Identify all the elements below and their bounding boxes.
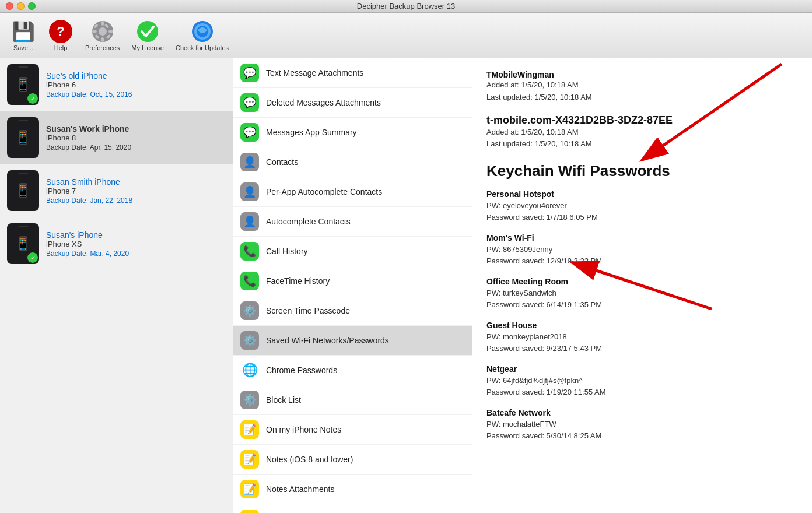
wifi-network-name: Office Meeting Room xyxy=(487,277,798,286)
check-overlay: ✓ xyxy=(27,252,38,263)
toolbar: 💾 Save... ? Help Preferences xyxy=(0,13,812,58)
close-button[interactable] xyxy=(6,2,13,10)
menu-item-chrome-passwords[interactable]: 🌐 Chrome Passwords xyxy=(233,356,472,385)
menu-item-autocomplete-contacts[interactable]: 👤 Autocomplete Contacts xyxy=(233,207,472,237)
check-updates-button[interactable]: Check for Updates xyxy=(171,17,233,54)
wifi-password: PW: 8675309Jenny xyxy=(487,244,798,255)
device-model: iPhone 8 xyxy=(46,133,226,142)
wifi-network-name: Batcafe Network xyxy=(487,408,798,417)
my-license-icon xyxy=(136,20,159,43)
per-app-contacts-icon: 👤 xyxy=(240,182,259,201)
wifi-password: PW: 64jfd&fjd%djfj#s@fpkn^ xyxy=(487,375,798,386)
menu-item-facetime-history[interactable]: 📞 FaceTime History xyxy=(233,266,472,296)
maximize-button[interactable] xyxy=(28,2,36,10)
device-item[interactable]: 📱 ✓ Susan's iPhone iPhone XS Backup Date… xyxy=(0,217,233,270)
wifi-saved: Password saved: 9/23/17 5:43 PM xyxy=(487,343,798,354)
menu-item-per-app-contacts[interactable]: 👤 Per-App Autocomplete Contacts xyxy=(233,177,472,207)
svg-point-1 xyxy=(99,27,107,36)
wifi-saved: Password saved: 12/9/19 3:22 PM xyxy=(487,255,798,267)
help-icon: ? xyxy=(49,20,72,43)
menu-item-label: Call History xyxy=(266,247,308,256)
messages-icon: 💬 xyxy=(240,64,259,82)
messages-summary-icon: 💬 xyxy=(240,123,259,142)
menu-item-contacts[interactable]: 👤 Contacts xyxy=(233,147,472,177)
my-license-button[interactable]: My License xyxy=(127,17,169,54)
wifi-network-name: Personal Hotspot xyxy=(487,189,798,199)
device-item[interactable]: 📱 ✓ Sue's old iPhone iPhone 6 Backup Dat… xyxy=(0,58,233,111)
save-button[interactable]: 💾 Save... xyxy=(6,17,41,54)
device-name: Susan's iPhone xyxy=(46,230,226,240)
menu-item-label: Saved Wi-Fi Networks/Passwords xyxy=(266,336,389,345)
device-model: iPhone 6 xyxy=(46,80,226,89)
window-controls xyxy=(6,2,36,10)
minimize-button[interactable] xyxy=(17,2,24,10)
check-overlay: ✓ xyxy=(27,93,38,104)
menu-item-call-history[interactable]: 📞 Call History xyxy=(233,237,472,266)
menu-item-wifi-passwords[interactable]: ⚙️ Saved Wi-Fi Networks/Passwords xyxy=(233,326,472,356)
content-panel: TMobileWingman Added at: 1/5/20, 10:18 A… xyxy=(473,58,812,513)
device-name: Susan's Work iPhone xyxy=(46,124,226,133)
facetime-icon: 📞 xyxy=(240,272,259,290)
menu-item-notes-ios8[interactable]: 📝 Notes (iOS 8 and lower) xyxy=(233,445,472,475)
wifi-entry: Personal Hotspot PW: eyeloveyou4orever P… xyxy=(487,189,798,223)
menu-item-text-attachments[interactable]: 💬 Text Message Attachments xyxy=(233,58,472,88)
title-bar: Decipher Backup Browser 13 xyxy=(0,0,812,13)
device-backup: Backup Date: Oct, 15, 2016 xyxy=(46,90,226,99)
device-backup: Backup Date: Mar, 4, 2020 xyxy=(46,250,226,258)
wifi-password: PW: turkeySandwich xyxy=(487,287,798,299)
section-title: Keychain Wifi Passwords xyxy=(487,162,798,180)
device-name: Susan Smith iPhone xyxy=(46,177,226,187)
svg-rect-5 xyxy=(108,30,113,33)
device-info: Susan's iPhone iPhone XS Backup Date: Ma… xyxy=(46,230,226,258)
menu-item-label: Block List xyxy=(266,395,301,405)
menu-item-block-list[interactable]: ⚙️ Block List xyxy=(233,385,472,415)
wifi-network-name: Mom's Wi-Fi xyxy=(487,233,798,243)
wifi-saved: Password saved: 1/19/20 11:55 AM xyxy=(487,386,798,398)
menu-item-label: FaceTime History xyxy=(266,276,330,286)
menu-item-label: Screen Time Passcode xyxy=(266,306,350,315)
device-thumbnail: 📱 xyxy=(7,117,39,158)
svg-rect-4 xyxy=(92,30,97,33)
device-thumbnail: 📱 xyxy=(7,170,39,211)
my-license-label: My License xyxy=(131,44,164,51)
device-backup: Backup Date: Jan, 22, 2018 xyxy=(46,196,226,205)
main-layout: 📱 ✓ Sue's old iPhone iPhone 6 Backup Dat… xyxy=(0,58,812,513)
network-updated: Last updated: 1/5/20, 10:18 AM xyxy=(487,92,798,104)
menu-item-iphone-notes[interactable]: 📝 On my iPhone Notes xyxy=(233,415,472,445)
device-item[interactable]: 📱 Susan's Work iPhone iPhone 8 Backup Da… xyxy=(0,111,233,164)
network-added: Added at: 1/5/20, 10:18 AM xyxy=(487,127,798,139)
preferences-label: Preferences xyxy=(85,44,120,51)
svg-point-10 xyxy=(137,21,158,42)
help-button[interactable]: ? Help xyxy=(43,17,78,54)
preferences-icon xyxy=(91,20,114,43)
wifi-entry: Guest House PW: monkeyplanet2018 Passwor… xyxy=(487,321,798,354)
notes-ios8-icon: 📝 xyxy=(240,450,259,469)
menu-item-label: Deleted Messages Attachments xyxy=(266,98,381,107)
menu-item-label: Messages App Summary xyxy=(266,128,357,137)
menu-panel: 💬 Text Message Attachments 💬 Deleted Mes… xyxy=(233,58,473,513)
header-entry: TMobileWingman Added at: 1/5/20, 10:18 A… xyxy=(487,70,798,104)
preferences-button[interactable]: Preferences xyxy=(80,17,124,54)
menu-item-notes-attachments[interactable]: 📝 Notes Attachments xyxy=(233,475,472,504)
iphone-notes-icon: 📝 xyxy=(240,420,259,439)
menu-item-messages-summary[interactable]: 💬 Messages App Summary xyxy=(233,118,472,147)
menu-item-label: Chrome Passwords xyxy=(266,366,337,375)
check-updates-icon xyxy=(191,20,214,43)
menu-item-unsynced-notes[interactable]: 📝 Unsynced Cloud Notes xyxy=(233,504,472,513)
notes-attachments-icon: 📝 xyxy=(240,480,259,498)
save-label: Save... xyxy=(13,44,33,51)
device-backup: Backup Date: Apr, 15, 2020 xyxy=(46,143,226,152)
wifi-saved: Password saved: 6/14/19 1:35 PM xyxy=(487,299,798,311)
menu-item-screen-time[interactable]: ⚙️ Screen Time Passcode xyxy=(233,296,472,326)
device-item[interactable]: 📱 Susan Smith iPhone iPhone 7 Backup Dat… xyxy=(0,164,233,217)
network-added: Added at: 1/5/20, 10:18 AM xyxy=(487,79,798,92)
wifi-icon: ⚙️ xyxy=(240,331,259,350)
wifi-network-name: Netgear xyxy=(487,364,798,374)
window-title: Decipher Backup Browser 13 xyxy=(357,2,455,10)
menu-item-label: Notes Attachments xyxy=(266,484,335,494)
device-info: Susan's Work iPhone iPhone 8 Backup Date… xyxy=(46,124,226,152)
svg-rect-3 xyxy=(102,37,104,42)
menu-item-deleted-attachments[interactable]: 💬 Deleted Messages Attachments xyxy=(233,88,472,118)
wifi-network-name: Guest House xyxy=(487,321,798,330)
network-name: TMobileWingman xyxy=(487,70,798,79)
